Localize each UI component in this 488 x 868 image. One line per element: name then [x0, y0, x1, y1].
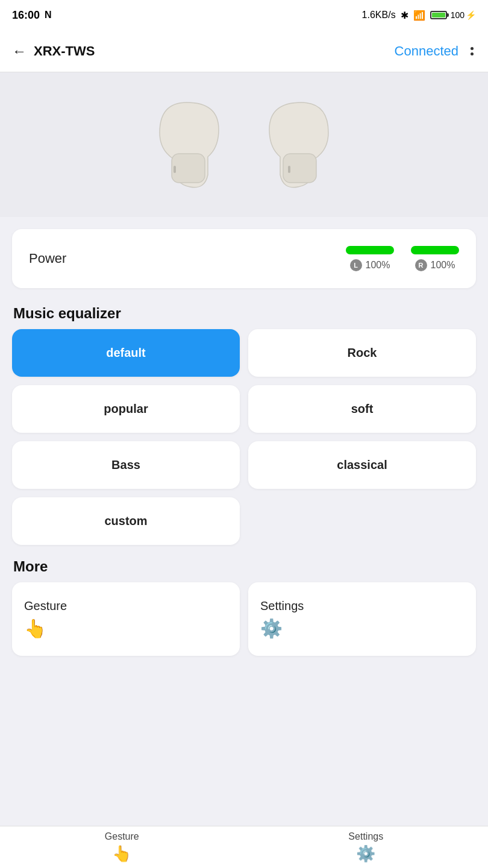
svg-rect-0 — [172, 154, 205, 183]
battery-indicators: L 100% R 100% — [346, 246, 459, 271]
power-card: Power L 100% R 100% — [12, 229, 476, 288]
connected-status: Connected — [395, 43, 458, 59]
equalizer-grid: default Rock popular soft Bass classical… — [0, 329, 488, 545]
svg-rect-1 — [174, 166, 176, 173]
bottom-settings-label: Settings — [348, 831, 383, 842]
status-right-area: 1.6KB/s ✱ 📶 100 ⚡ — [362, 10, 476, 21]
eq-button-bass[interactable]: Bass — [12, 441, 240, 489]
gesture-label: Gesture — [24, 599, 67, 613]
nav-title: XRX-TWS — [34, 43, 95, 59]
nav-right: Connected — [395, 43, 476, 59]
charging-bolt-icon: ⚡ — [466, 10, 476, 20]
bluetooth-icon: ✱ — [401, 10, 408, 21]
battery-percent: 100 — [451, 10, 465, 20]
right-battery: R 100% — [411, 246, 459, 271]
left-earbud — [148, 90, 226, 199]
dot1 — [471, 47, 474, 50]
bottom-nav: Gesture 👆 Settings ⚙️ — [0, 826, 488, 868]
more-menu-button[interactable] — [468, 45, 476, 58]
status-time-area: 16:00 N — [12, 9, 52, 22]
network-speed: 1.6KB/s — [362, 10, 396, 20]
left-battery-percent: 100% — [366, 260, 390, 271]
bottom-nav-gesture[interactable]: Gesture 👆 — [105, 831, 139, 863]
signal-icon: 📶 — [413, 10, 425, 21]
eq-button-custom[interactable]: custom — [12, 497, 240, 545]
eq-button-default[interactable]: default — [12, 329, 240, 377]
left-battery-bar — [346, 246, 394, 254]
bottom-gesture-label: Gesture — [105, 831, 139, 842]
gesture-icon: 👆 — [24, 618, 46, 639]
right-battery-percent: 100% — [431, 260, 455, 271]
eq-button-rock[interactable]: Rock — [248, 329, 476, 377]
battery-fill — [432, 13, 445, 17]
left-battery-label-row: L 100% — [350, 259, 390, 271]
nav-bar: ← XRX-TWS Connected — [0, 30, 488, 72]
settings-icon: ⚙️ — [260, 618, 283, 639]
eq-button-classical[interactable]: classical — [248, 441, 476, 489]
left-battery: L 100% — [346, 246, 394, 271]
right-earbud — [262, 90, 340, 199]
settings-card[interactable]: Settings ⚙️ — [248, 582, 476, 656]
right-circle-icon: R — [415, 259, 427, 271]
content-area: Power L 100% R 100% Music equalizer defa… — [0, 72, 488, 826]
earbuds-section — [0, 72, 488, 217]
status-bar: 16:00 N 1.6KB/s ✱ 📶 100 ⚡ — [0, 0, 488, 30]
bottom-nav-settings[interactable]: Settings ⚙️ — [348, 831, 383, 863]
battery-container: 100 ⚡ — [430, 10, 476, 20]
bottom-gesture-icon: 👆 — [112, 844, 131, 863]
network-icon: N — [45, 10, 52, 20]
eq-button-popular[interactable]: popular — [12, 385, 240, 433]
equalizer-section-title: Music equalizer — [0, 294, 488, 329]
bottom-settings-icon: ⚙️ — [356, 844, 375, 863]
status-time: 16:00 — [12, 9, 40, 22]
gesture-card[interactable]: Gesture 👆 — [12, 582, 240, 656]
svg-rect-3 — [288, 166, 290, 173]
bottom-cards: Gesture 👆 Settings ⚙️ — [0, 582, 488, 656]
battery-body — [430, 11, 447, 19]
right-battery-bar — [411, 246, 459, 254]
power-label: Power — [29, 251, 66, 266]
eq-button-soft[interactable]: soft — [248, 385, 476, 433]
settings-label: Settings — [260, 599, 304, 613]
right-battery-label-row: R 100% — [415, 259, 455, 271]
more-section-title: More — [0, 545, 488, 582]
back-button[interactable]: ← — [12, 43, 27, 60]
dot2 — [471, 52, 474, 55]
nav-left: ← XRX-TWS — [12, 43, 95, 60]
left-circle-icon: L — [350, 259, 362, 271]
